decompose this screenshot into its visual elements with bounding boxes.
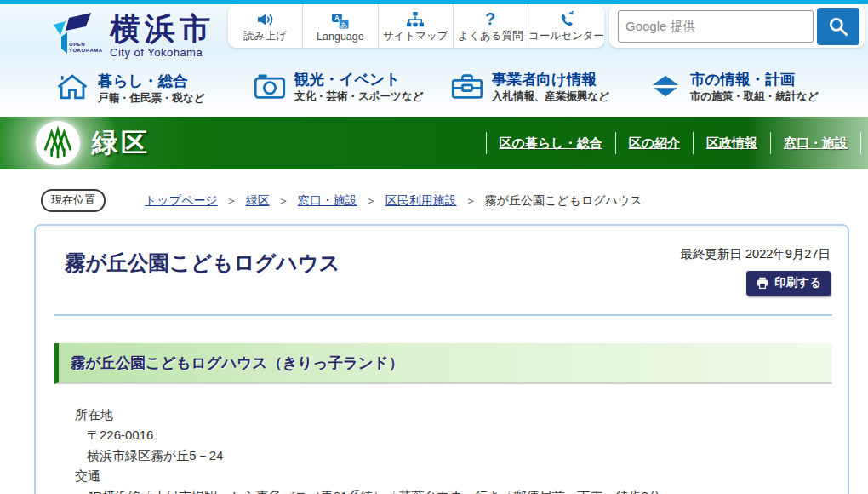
- print-button[interactable]: 印刷する: [746, 271, 831, 296]
- nav-business-info[interactable]: 事業者向け情報 入札情報、産業振興など: [451, 71, 609, 104]
- utility-nav: 読み上げ Aあ Language サイトマップ ? よくある質問 コールセンター: [228, 4, 604, 48]
- question-icon: ?: [481, 11, 500, 28]
- access-label: 交通: [75, 466, 841, 486]
- breadcrumb-separator: ＞: [366, 193, 377, 209]
- logo-mark-label: OPEN YOKOHAMA: [69, 42, 106, 54]
- breadcrumb-link-top[interactable]: トップページ: [145, 193, 218, 209]
- yokohama-city-page: OPEN YOKOHAMA 横浜市 City of Yokohama 読み上げ …: [0, 0, 868, 494]
- breadcrumb-separator: ＞: [465, 193, 477, 209]
- ward-nav: 区の暮らし・総合 区の紹介 区政情報 窓口・施設: [486, 117, 861, 169]
- ward-band: 緑区 区の暮らし・総合 区の紹介 区政情報 窓口・施設: [0, 117, 868, 169]
- nav-tourism-events[interactable]: 観光・イベント 文化・芸術・スポーツなど: [254, 71, 423, 104]
- search-icon: [827, 15, 849, 37]
- facility-section-heading-text: 霧が丘公園こどもログハウス（きりっ子ランド）: [59, 353, 403, 373]
- breadcrumb-separator: ＞: [226, 193, 237, 209]
- language-label: Language: [317, 31, 364, 43]
- diamond-icon: [649, 73, 682, 102]
- nav-business-subtitle: 入札情報、産業振興など: [492, 89, 609, 104]
- language-button[interactable]: Aあ Language: [302, 4, 377, 48]
- nav-business-title: 事業者向け情報: [492, 71, 609, 88]
- nav-city-title: 市の情報・計画: [690, 71, 819, 88]
- last-updated: 最終更新日 2022年9月27日: [681, 246, 831, 262]
- current-location-badge: 現在位置: [41, 189, 106, 212]
- ward-nav-admin-info[interactable]: 区政情報: [693, 132, 770, 154]
- city-name-en: City of Yokohama: [110, 46, 214, 59]
- phone-icon: [557, 11, 576, 28]
- ward-name: 緑区: [92, 125, 150, 161]
- translate-icon: Aあ: [331, 13, 350, 30]
- site-search: [609, 4, 865, 48]
- sitemap-button[interactable]: サイトマップ: [378, 4, 453, 48]
- breadcrumb-link-facilities[interactable]: 窓口・施設: [298, 193, 357, 209]
- open-yokohama-logo-icon: OPEN YOKOHAMA: [47, 13, 103, 57]
- facility-section-heading: 霧が丘公園こどもログハウス（きりっ子ランド）: [54, 343, 832, 384]
- city-logo-link[interactable]: OPEN YOKOHAMA 横浜市 City of Yokohama: [47, 13, 214, 59]
- nav-living-subtitle: 戸籍・住民票・税など: [98, 91, 205, 106]
- breadcrumb-separator: ＞: [278, 193, 289, 209]
- ward-home-link[interactable]: 緑区: [36, 121, 150, 165]
- access-text: JR横浜線「十日市場駅」から東急バス（青61系統）「若葉台中央」行き「郵便局前」…: [75, 486, 841, 494]
- read-aloud-button[interactable]: 読み上げ: [228, 4, 302, 48]
- postal-code: 〒226-0016: [75, 425, 841, 445]
- sitemap-label: サイトマップ: [383, 29, 448, 43]
- address-value: 横浜市緑区霧が丘5－24: [75, 445, 841, 466]
- city-name: 横浜市: [110, 13, 214, 45]
- print-button-label: 印刷する: [774, 275, 821, 290]
- svg-text:?: ?: [485, 11, 495, 28]
- breadcrumb: 現在位置 トップページ ＞ 緑区 ＞ 窓口・施設 ＞ 区民利用施設 ＞ 霧が丘公…: [41, 189, 841, 212]
- read-aloud-label: 読み上げ: [243, 29, 287, 43]
- search-input[interactable]: [618, 10, 814, 43]
- house-icon: [55, 71, 89, 106]
- faq-label: よくある質問: [458, 29, 523, 43]
- nav-city-plans[interactable]: 市の情報・計画 市の施策・取組・統計など: [649, 71, 819, 104]
- ward-nav-about[interactable]: 区の紹介: [615, 132, 693, 154]
- nav-city-subtitle: 市の施策・取組・統計など: [690, 89, 819, 104]
- nav-tourism-title: 観光・イベント: [294, 71, 423, 88]
- ward-nav-facilities[interactable]: 窓口・施設: [770, 132, 861, 154]
- title-divider: [54, 314, 832, 316]
- breadcrumb-current: 霧が丘公園こどもログハウス: [485, 193, 642, 209]
- midori-ward-logo-icon: [36, 121, 80, 165]
- sitemap-icon: [406, 11, 425, 28]
- svg-text:あ: あ: [340, 20, 347, 28]
- facility-details: 所在地 〒226-0016 横浜市緑区霧が丘5－24 交通 JR横浜線「十日市場…: [75, 405, 841, 494]
- breadcrumb-link-resident-facilities[interactable]: 区民利用施設: [385, 193, 457, 209]
- nav-living-general[interactable]: 暮らし・総合 戸籍・住民票・税など: [55, 71, 205, 106]
- content-panel: 霧が丘公園こどもログハウス 最終更新日 2022年9月27日 印刷する 霧が丘公…: [34, 224, 849, 494]
- nav-living-title: 暮らし・総合: [98, 72, 205, 89]
- page-title: 霧が丘公園こどもログハウス: [65, 249, 340, 277]
- toolbox-icon: [451, 72, 483, 104]
- printer-icon: [756, 277, 769, 290]
- nav-tourism-subtitle: 文化・芸術・スポーツなど: [294, 89, 423, 104]
- address-label: 所在地: [75, 405, 841, 425]
- search-button[interactable]: [817, 8, 859, 45]
- breadcrumb-link-ward[interactable]: 緑区: [246, 193, 270, 209]
- call-center-button[interactable]: コールセンター: [528, 4, 604, 48]
- camera-icon: [254, 72, 286, 104]
- faq-button[interactable]: ? よくある質問: [453, 4, 528, 48]
- speaker-icon: [256, 11, 275, 28]
- ward-nav-living[interactable]: 区の暮らし・総合: [486, 132, 615, 154]
- call-center-label: コールセンター: [528, 29, 604, 43]
